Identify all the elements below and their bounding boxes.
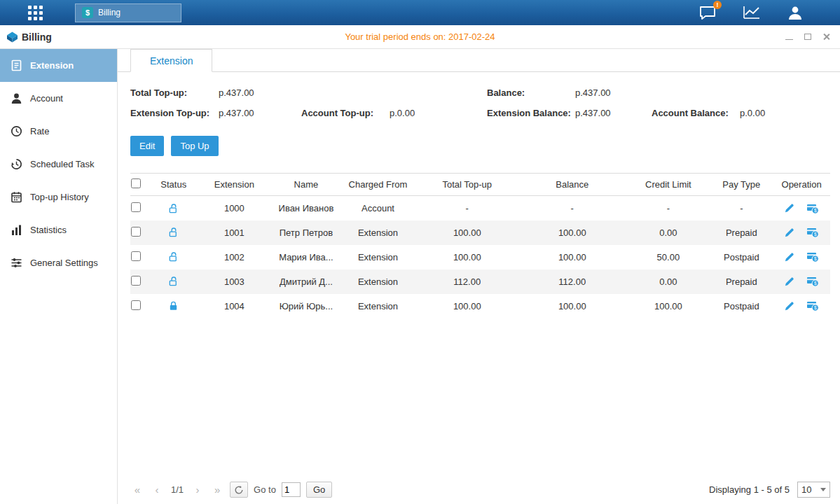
cell-balance: 100.00 — [518, 220, 626, 245]
cell-total-topup: 112.00 — [416, 270, 518, 294]
sidebar-item-scheduled-task[interactable]: Scheduled Task — [0, 148, 117, 181]
sidebar-item-label: Rate — [30, 126, 49, 136]
lock-status-icon — [168, 251, 179, 262]
sidebar-item-general-settings[interactable]: General Settings — [0, 246, 117, 279]
reports-chart-icon[interactable] — [743, 5, 761, 20]
notifications-icon[interactable]: ! — [698, 5, 717, 20]
topbar-billing-tab[interactable]: $ Billing — [75, 4, 181, 22]
top-up-row-icon[interactable]: $ — [806, 276, 819, 288]
cell-extension: 1003 — [196, 270, 273, 294]
cell-balance: 100.00 — [518, 294, 626, 318]
edit-row-icon[interactable] — [784, 202, 794, 214]
cell-charged-from: Extension — [340, 220, 417, 245]
cell-total-topup: 100.00 — [416, 294, 518, 318]
minimize-icon[interactable] — [785, 39, 793, 40]
close-icon[interactable] — [822, 33, 830, 41]
window-title: Billing — [22, 31, 52, 43]
top-up-button[interactable]: Top Up — [171, 136, 218, 156]
col-operation: Operation — [773, 174, 830, 196]
top-up-row-icon[interactable]: $ — [806, 300, 819, 312]
table-header-row: Status Extension Name Charged From Total… — [130, 174, 830, 196]
col-total-topup: Total Top-up — [416, 174, 518, 196]
sidebar-item-label: General Settings — [30, 258, 98, 268]
svg-text:$: $ — [814, 305, 817, 310]
cell-credit-limit: 0.00 — [626, 270, 710, 294]
summary-extension-balance: Extension Balance:p.437.00 — [487, 108, 652, 118]
cell-credit-limit: 100.00 — [626, 294, 710, 318]
top-up-row-icon[interactable]: $ — [806, 202, 819, 214]
alert-badge: ! — [713, 1, 722, 9]
user-account-icon[interactable] — [787, 5, 804, 20]
cell-name: Юрий Юрь... — [273, 294, 340, 318]
cell-charged-from: Extension — [340, 294, 417, 318]
sidebar: Extension Account Rate Scheduled Task To… — [0, 49, 118, 504]
row-checkbox[interactable] — [131, 202, 141, 212]
summary-total-topup: Total Top-up:p.437.00 — [130, 88, 487, 98]
page-size-select[interactable]: 10 — [797, 482, 830, 498]
col-status: Status — [151, 174, 196, 196]
lock-status-icon — [168, 227, 179, 237]
go-button[interactable]: Go — [306, 482, 332, 498]
first-page-icon[interactable]: « — [130, 484, 144, 496]
cell-pay-type: Postpaid — [710, 245, 773, 270]
cell-balance: 100.00 — [518, 245, 626, 270]
last-page-icon[interactable]: » — [210, 484, 224, 496]
edit-button[interactable]: Edit — [130, 136, 164, 156]
cell-extension: 1001 — [196, 220, 273, 245]
lock-status-icon — [168, 276, 179, 286]
cell-name: Мария Ива... — [273, 245, 340, 270]
sidebar-item-extension[interactable]: Extension — [0, 49, 117, 82]
apps-grid-icon[interactable] — [28, 6, 43, 20]
top-up-row-icon[interactable]: $ — [806, 227, 819, 239]
cell-extension: 1002 — [196, 245, 273, 270]
summary-account-topup: Account Top-up:p.0.00 — [301, 108, 487, 118]
refresh-icon[interactable] — [230, 482, 248, 498]
row-checkbox[interactable] — [131, 251, 141, 261]
prev-page-icon[interactable]: ‹ — [150, 484, 164, 496]
cell-balance: - — [518, 196, 626, 220]
row-checkbox[interactable] — [131, 227, 141, 237]
displaying-text: Displaying 1 - 5 of 5 — [709, 484, 790, 495]
tab-strip: Extension — [118, 49, 840, 72]
svg-text:$: $ — [814, 281, 817, 286]
summary-account-balance: Account Balance:p.0.00 — [652, 108, 830, 118]
sidebar-item-topup-history[interactable]: Top-up History — [0, 181, 117, 214]
sidebar-item-account[interactable]: Account — [0, 82, 117, 115]
edit-row-icon[interactable] — [784, 276, 794, 287]
edit-row-icon[interactable] — [784, 251, 794, 262]
page-indicator: 1/1 — [171, 484, 184, 495]
pagination-bar: « ‹ 1/1 › » Go to Go Displaying 1 - 5 of… — [130, 482, 830, 498]
tab-extension[interactable]: Extension — [130, 49, 212, 72]
edit-row-icon[interactable] — [784, 227, 794, 238]
goto-page-input[interactable] — [282, 482, 301, 497]
col-balance: Balance — [518, 174, 626, 196]
lock-status-icon — [168, 202, 179, 213]
sidebar-item-label: Account — [30, 93, 63, 104]
cell-pay-type: Postpaid — [710, 294, 773, 318]
sidebar-item-rate[interactable]: Rate — [0, 115, 117, 148]
topbar-tab-label: Billing — [98, 8, 121, 18]
edit-row-icon[interactable] — [784, 300, 794, 312]
sidebar-item-label: Statistics — [30, 225, 67, 235]
sidebar-item-statistics[interactable]: Statistics — [0, 214, 117, 246]
summary-balance: Balance:p.437.00 — [487, 88, 830, 98]
cell-credit-limit: 0.00 — [626, 220, 710, 245]
col-extension: Extension — [196, 174, 273, 196]
cell-pay-type: - — [710, 196, 773, 220]
top-up-row-icon[interactable]: $ — [806, 251, 819, 263]
summary-extension-topup: Extension Top-up:p.437.00 — [130, 108, 301, 118]
cell-pay-type: Prepaid — [710, 270, 773, 294]
cell-credit-limit: 50.00 — [626, 245, 710, 270]
next-page-icon[interactable]: › — [191, 484, 205, 496]
settings-sliders-icon — [11, 257, 22, 269]
cell-total-topup: - — [416, 196, 518, 220]
sidebar-item-label: Scheduled Task — [30, 159, 95, 169]
account-icon — [11, 92, 22, 104]
maximize-icon[interactable] — [804, 34, 811, 40]
cell-pay-type: Prepaid — [710, 220, 773, 245]
row-checkbox[interactable] — [131, 300, 141, 310]
select-all-checkbox[interactable] — [131, 178, 141, 188]
row-checkbox[interactable] — [131, 276, 141, 286]
goto-label: Go to — [254, 484, 276, 495]
trial-notice: Your trial period ends on: 2017-02-24 — [0, 31, 840, 42]
